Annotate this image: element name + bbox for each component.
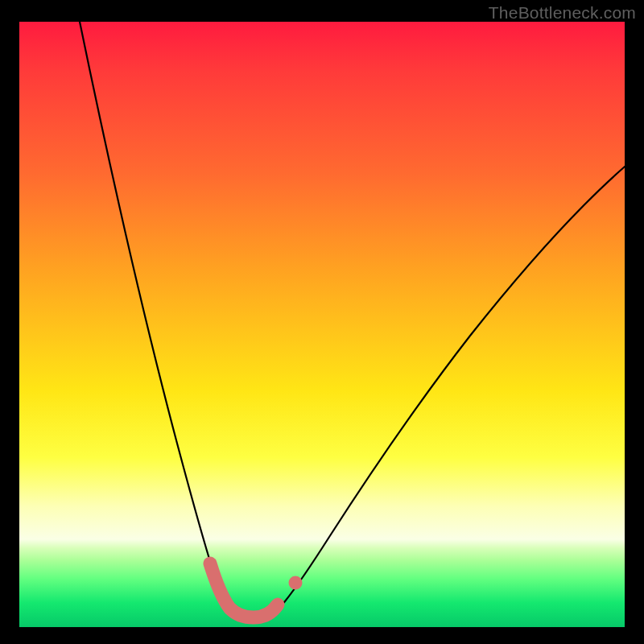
bottleneck-chart [19, 22, 625, 627]
optimal-point-dot [289, 576, 303, 590]
plot-area [19, 22, 625, 627]
watermark-text: TheBottleneck.com [489, 3, 636, 23]
bottleneck-curve [80, 22, 625, 619]
optimal-range-marker [210, 564, 278, 617]
